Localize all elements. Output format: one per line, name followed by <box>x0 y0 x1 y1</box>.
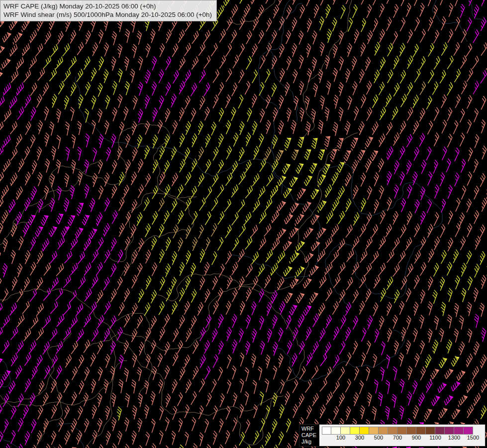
legend-swatch <box>369 427 379 435</box>
legend-swatch <box>454 427 464 435</box>
cape-legend: WRF CAPE J/kg 10030050070090011001300150… <box>299 424 486 447</box>
legend-variable-name: CAPE <box>301 432 316 439</box>
legend-colorbar-panel: 100300500700900110013001500 <box>319 425 485 446</box>
legend-swatch <box>388 427 397 435</box>
legend-swatch <box>426 427 435 435</box>
legend-colorbar <box>322 427 483 435</box>
legend-swatch <box>435 427 445 435</box>
legend-tick-label: 500 <box>369 435 388 441</box>
legend-swatch <box>407 427 416 435</box>
title-cape-line: WRF CAPE (J/kg) Monday 20-10-2025 06:00 … <box>3 2 212 10</box>
weather-map-app: WRF CAPE (J/kg) Monday 20-10-2025 06:00 … <box>0 0 487 448</box>
legend-swatch <box>464 427 473 435</box>
legend-swatch <box>360 427 369 435</box>
legend-swatch <box>341 427 350 435</box>
legend-tick-label: 900 <box>407 435 426 441</box>
legend-tick-label: 700 <box>388 435 407 441</box>
legend-tick-label: 1500 <box>464 435 483 441</box>
legend-swatch <box>397 427 407 435</box>
legend-label: WRF CAPE J/kg <box>299 425 319 446</box>
legend-tick-label: 300 <box>350 435 369 441</box>
legend-swatch <box>331 427 341 435</box>
legend-model-name: WRF <box>301 426 316 432</box>
legend-tick-row: 100300500700900110013001500 <box>322 435 483 441</box>
legend-swatch <box>322 427 331 435</box>
legend-swatch <box>445 427 454 435</box>
legend-tick-label: 1100 <box>426 435 445 441</box>
legend-tick-label: 1300 <box>445 435 464 441</box>
legend-tick-label: 100 <box>331 435 350 441</box>
title-windshear-line: WRF Wind shear (m/s) 500/1000hPa Monday … <box>3 10 212 19</box>
wind-barb-map-canvas <box>0 0 487 448</box>
legend-swatch <box>379 427 388 435</box>
legend-unit: J/kg <box>301 439 316 445</box>
legend-swatch <box>416 427 426 435</box>
title-overlay: WRF CAPE (J/kg) Monday 20-10-2025 06:00 … <box>0 0 217 21</box>
legend-swatch <box>350 427 360 435</box>
